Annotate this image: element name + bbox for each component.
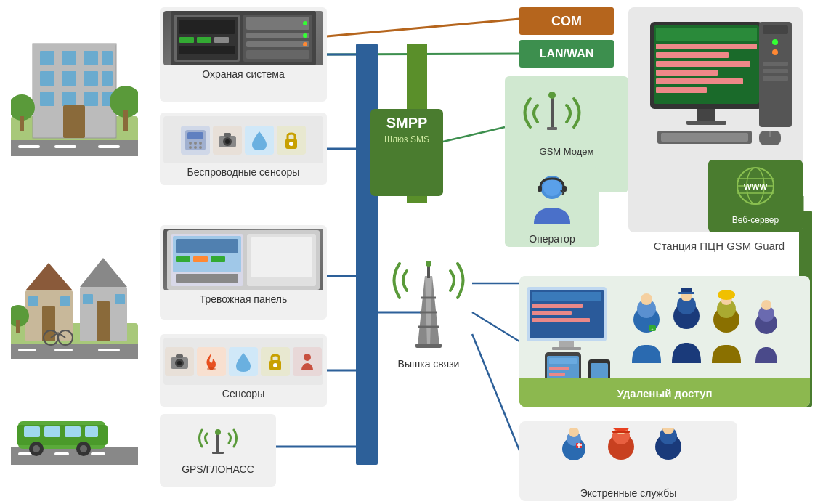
svg-rect-35 bbox=[20, 116, 24, 131]
svg-point-86 bbox=[303, 21, 307, 25]
svg-rect-131 bbox=[415, 344, 442, 348]
panel-svg bbox=[171, 11, 316, 65]
lock-icon bbox=[277, 126, 306, 155]
gsm-modem-svg bbox=[512, 82, 621, 140]
svg-rect-110 bbox=[176, 274, 238, 283]
svg-point-120 bbox=[304, 354, 311, 361]
svg-rect-23 bbox=[84, 51, 98, 65]
svg-rect-17 bbox=[54, 145, 76, 148]
svg-rect-65 bbox=[24, 426, 40, 437]
svg-rect-77 bbox=[179, 20, 235, 34]
svg-marker-49 bbox=[80, 258, 127, 287]
svg-rect-61 bbox=[54, 452, 69, 455]
svg-rect-81 bbox=[179, 46, 235, 54]
com-bar: COM bbox=[519, 7, 614, 35]
svg-rect-149 bbox=[697, 109, 715, 122]
lock2-icon bbox=[261, 347, 290, 376]
svg-rect-106 bbox=[176, 239, 238, 253]
emergency-svg bbox=[527, 428, 730, 483]
cell-tower-svg bbox=[385, 251, 472, 352]
emergency-panel: Экстренные службы bbox=[519, 421, 737, 501]
svg-point-119 bbox=[273, 363, 277, 367]
lock2-svg bbox=[264, 350, 287, 373]
svg-rect-134 bbox=[547, 127, 557, 130]
svg-rect-175 bbox=[532, 318, 590, 322]
svg-point-99 bbox=[225, 139, 230, 144]
flame-svg bbox=[200, 350, 223, 373]
wireless-sensors-image bbox=[163, 116, 323, 163]
svg-rect-83 bbox=[246, 33, 309, 38]
web-server-label: Веб-сервер bbox=[714, 215, 797, 225]
keypad-icon bbox=[181, 126, 210, 155]
sensors-label: Сенсоры bbox=[163, 388, 323, 399]
svg-rect-66 bbox=[44, 426, 60, 437]
camera2-icon bbox=[165, 347, 194, 376]
svg-rect-52 bbox=[115, 294, 125, 304]
keypad-svg bbox=[184, 129, 207, 152]
water-svg bbox=[248, 129, 271, 152]
pcn-station-text: Станция ПЦН GSM Guard bbox=[654, 240, 785, 252]
svg-point-201 bbox=[761, 300, 771, 310]
svg-rect-21 bbox=[40, 51, 54, 65]
svg-rect-80 bbox=[214, 37, 229, 43]
operator-figure bbox=[511, 173, 593, 230]
alarm-panel-svg bbox=[167, 230, 320, 290]
camera2-svg bbox=[168, 350, 191, 373]
alarm-panel: Тревожная панель bbox=[160, 225, 327, 320]
gps-antenna-icon bbox=[163, 418, 272, 460]
svg-rect-152 bbox=[661, 133, 748, 142]
operator-panel: Оператор bbox=[505, 167, 599, 247]
svg-line-10 bbox=[472, 334, 519, 450]
motion-icon bbox=[293, 347, 322, 376]
remote-access-panel: + Удаленый доступ bbox=[519, 276, 810, 407]
svg-point-91 bbox=[189, 142, 192, 145]
water-sensor-icon bbox=[245, 126, 274, 155]
svg-line-11 bbox=[443, 127, 505, 142]
svg-rect-160 bbox=[763, 69, 788, 73]
svg-rect-174 bbox=[532, 311, 572, 315]
svg-rect-79 bbox=[197, 37, 211, 43]
svg-point-117 bbox=[207, 367, 216, 370]
sensor-row bbox=[181, 126, 306, 155]
commercial-building-svg bbox=[11, 22, 138, 156]
www-svg: www bbox=[719, 166, 792, 209]
svg-point-133 bbox=[548, 92, 556, 99]
svg-rect-194 bbox=[678, 292, 694, 294]
camera-icon bbox=[213, 126, 242, 155]
security-system-label: Охраная система bbox=[163, 68, 323, 80]
smpp-gateway: SMPP Шлюз SMS bbox=[370, 109, 443, 196]
motion-svg bbox=[296, 350, 319, 373]
water2-icon bbox=[229, 347, 258, 376]
svg-rect-46 bbox=[28, 296, 38, 306]
svg-rect-122 bbox=[212, 452, 224, 454]
svg-rect-68 bbox=[85, 426, 98, 437]
svg-line-0 bbox=[327, 19, 519, 36]
svg-rect-51 bbox=[83, 294, 93, 304]
svg-rect-156 bbox=[763, 25, 788, 34]
lanwan-label: LAN/WAN bbox=[540, 47, 594, 60]
gps-antenna-svg bbox=[196, 418, 240, 454]
svg-rect-22 bbox=[62, 51, 76, 65]
svg-rect-25 bbox=[40, 71, 54, 86]
lock-svg bbox=[280, 129, 303, 152]
operator-label: Оператор bbox=[511, 233, 593, 245]
svg-rect-172 bbox=[532, 292, 601, 301]
svg-point-157 bbox=[772, 39, 778, 45]
svg-rect-177 bbox=[552, 347, 581, 350]
svg-rect-147 bbox=[656, 78, 743, 84]
svg-rect-90 bbox=[187, 132, 203, 139]
svg-rect-47 bbox=[60, 296, 70, 306]
svg-text:www: www bbox=[743, 180, 768, 192]
sensors-image bbox=[163, 338, 323, 385]
svg-rect-107 bbox=[176, 256, 190, 262]
svg-rect-109 bbox=[211, 256, 225, 262]
svg-rect-26 bbox=[62, 71, 76, 86]
smpp-subtitle: Шлюз SMS bbox=[374, 134, 439, 145]
svg-rect-121 bbox=[216, 434, 219, 454]
svg-rect-84 bbox=[246, 41, 309, 47]
svg-rect-144 bbox=[656, 52, 729, 58]
svg-rect-62 bbox=[91, 452, 105, 455]
svg-point-72 bbox=[80, 445, 87, 452]
gps-panel: GPS/ГЛОНАСС bbox=[160, 414, 276, 487]
svg-text:+: + bbox=[651, 327, 654, 331]
